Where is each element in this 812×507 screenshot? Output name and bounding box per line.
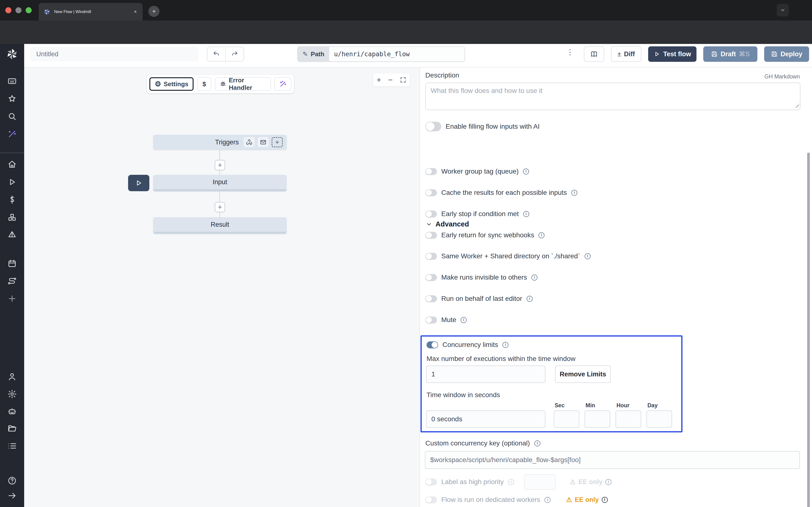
result-node[interactable]: Result — [153, 217, 287, 234]
remove-limits-button[interactable]: Remove Limits — [555, 365, 611, 383]
concurrency-toggle[interactable] — [426, 341, 438, 348]
run-input-play-button[interactable] — [128, 175, 149, 191]
option-toggle[interactable] — [425, 168, 437, 175]
info-icon[interactable]: i — [545, 497, 551, 503]
email-trigger-icon[interactable] — [258, 137, 269, 147]
zoom-in-icon[interactable]: + — [376, 75, 381, 84]
tab-close-icon[interactable]: × — [133, 9, 138, 14]
option-toggle[interactable] — [425, 232, 437, 239]
traffic-minimize-button[interactable] — [15, 7, 21, 13]
info-icon[interactable]: i — [523, 169, 529, 175]
browser-tab[interactable]: New Flow | Windmill × — [39, 3, 143, 20]
min-input[interactable] — [585, 410, 610, 428]
option-toggle[interactable] — [425, 253, 437, 260]
home-icon[interactable] — [7, 159, 17, 170]
info-icon[interactable]: i — [523, 211, 529, 217]
flow-settings-button[interactable]: ⚙ Settings — [149, 77, 194, 91]
option-toggle[interactable] — [425, 189, 437, 196]
min-label: Min — [586, 402, 595, 409]
add-trigger-button[interactable]: + — [272, 137, 283, 147]
resources-icon[interactable] — [7, 212, 17, 223]
info-icon[interactable]: i — [531, 275, 538, 281]
error-handler-button[interactable]: Error Handler — [215, 77, 271, 91]
undo-redo-group — [207, 47, 244, 62]
priority-value-input[interactable] — [524, 474, 556, 490]
traffic-zoom-button[interactable] — [26, 7, 32, 13]
favorites-icon[interactable] — [7, 94, 17, 104]
expand-arrow-icon[interactable] — [7, 490, 17, 501]
advanced-toggle-row: Worker group tag (queue)i — [425, 168, 529, 175]
variables-icon[interactable] — [7, 194, 17, 205]
day-input[interactable] — [647, 410, 672, 428]
runs-icon[interactable] — [7, 177, 17, 187]
description-textarea[interactable] — [425, 82, 800, 110]
triggers-node[interactable]: Triggers + — [153, 135, 287, 150]
webhook-trigger-icon[interactable] — [244, 137, 255, 147]
settings-gear-icon[interactable] — [7, 389, 17, 399]
dedicated-workers-toggle[interactable] — [425, 496, 437, 503]
option-label: Make runs invisible to others — [441, 274, 527, 281]
info-icon[interactable]: i — [602, 497, 608, 503]
info-icon[interactable]: i — [502, 342, 508, 348]
info-icon[interactable]: i — [534, 440, 540, 446]
users-icon[interactable] — [7, 371, 17, 382]
static-inputs-button[interactable]: $ — [197, 77, 211, 91]
ai-wand-icon[interactable] — [7, 129, 17, 139]
option-label: Worker group tag (queue) — [441, 168, 519, 175]
windmill-logo-icon[interactable] — [5, 47, 19, 61]
time-window-input[interactable] — [426, 410, 546, 428]
diff-button[interactable]: ± Diff — [611, 46, 642, 62]
window-chevron-icon[interactable] — [777, 4, 789, 16]
option-toggle[interactable] — [425, 211, 437, 218]
custom-concurrency-key-input[interactable] — [425, 451, 800, 469]
deploy-button[interactable]: Deploy — [764, 46, 809, 62]
folders-icon[interactable] — [7, 423, 17, 434]
sec-label: Sec — [555, 402, 564, 409]
workers-bot-icon[interactable] — [7, 406, 17, 417]
traffic-close-button[interactable] — [5, 7, 11, 13]
info-icon[interactable]: i — [571, 190, 577, 196]
sec-input[interactable] — [554, 410, 579, 428]
concurrency-limits-box: Concurrency limits i Max number of execu… — [420, 335, 682, 433]
info-icon[interactable]: i — [585, 253, 591, 259]
info-icon[interactable]: i — [539, 232, 545, 238]
flow-summary-input[interactable] — [31, 47, 199, 61]
flows-route-icon[interactable] — [7, 276, 17, 286]
option-toggle[interactable] — [425, 317, 437, 324]
flow-editor-topbar: ✎ Path ⋮ ± Diff Test flow Draft ⌘S Deplo… — [24, 44, 812, 68]
info-icon[interactable]: i — [461, 317, 467, 323]
fit-view-icon[interactable] — [400, 76, 406, 83]
apps-icon[interactable] — [7, 76, 17, 87]
audit-logs-icon[interactable] — [7, 441, 17, 451]
panel-scrollbar[interactable] — [807, 153, 810, 507]
schedules-icon[interactable] — [7, 258, 17, 269]
insert-step-button[interactable]: + — [215, 202, 225, 213]
info-icon[interactable]: i — [508, 479, 514, 485]
create-plus-icon[interactable] — [7, 293, 17, 304]
new-tab-button[interactable]: + — [148, 6, 159, 17]
advanced-section-header[interactable]: Advanced — [426, 220, 469, 228]
zoom-out-icon[interactable]: − — [388, 75, 393, 84]
docs-book-button[interactable] — [584, 46, 604, 62]
info-icon[interactable]: i — [526, 296, 532, 302]
flow-canvas[interactable]: ⚙ Settings $ Error Handler + − Triggers — [24, 68, 420, 507]
option-toggle[interactable] — [425, 295, 437, 302]
option-toggle[interactable] — [425, 274, 437, 281]
redo-button[interactable] — [226, 47, 244, 61]
undo-button[interactable] — [207, 47, 226, 61]
input-node[interactable]: Input — [153, 175, 287, 191]
hour-input[interactable] — [615, 410, 641, 428]
more-options-kebab-icon[interactable]: ⋮ — [566, 48, 574, 56]
search-icon[interactable] — [7, 111, 17, 122]
max-executions-input[interactable] — [426, 365, 546, 383]
ai-inputs-toggle[interactable] — [425, 122, 441, 131]
help-icon[interactable] — [7, 475, 17, 486]
info-icon[interactable]: i — [605, 479, 611, 485]
test-flow-button[interactable]: Test flow — [648, 46, 697, 62]
high-priority-toggle[interactable] — [425, 478, 437, 486]
draft-button[interactable]: Draft ⌘S — [703, 46, 757, 62]
flow-path-input[interactable] — [329, 47, 464, 61]
ai-builder-wand-button[interactable] — [274, 77, 292, 91]
insert-step-button[interactable]: + — [215, 160, 225, 170]
prism-icon[interactable] — [7, 229, 17, 240]
